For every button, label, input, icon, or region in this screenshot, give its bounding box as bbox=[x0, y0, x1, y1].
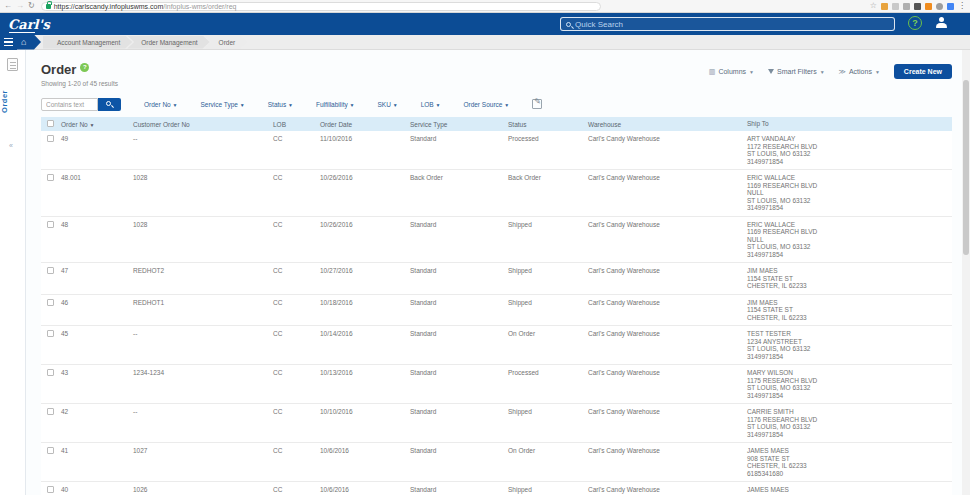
cell-customer-order-no: -- bbox=[133, 408, 273, 438]
extension-icon-6[interactable] bbox=[936, 3, 943, 10]
table-row[interactable]: 48.001 1028 CC 10/26/2016 Back Order Bac… bbox=[41, 170, 952, 217]
table-row[interactable]: 41 1027 CC 10/6/2016 Standard On Order C… bbox=[41, 443, 952, 482]
row-checkbox[interactable] bbox=[47, 174, 54, 181]
chevron-down-icon: ▼ bbox=[749, 69, 754, 75]
columns-button[interactable]: ▥ Columns ▼ bbox=[709, 68, 754, 76]
col-warehouse[interactable]: Warehouse bbox=[588, 121, 747, 128]
breadcrumb-order-management[interactable]: Order Management bbox=[127, 36, 209, 49]
user-icon[interactable] bbox=[935, 17, 948, 29]
filter-order-source[interactable]: Order Source ▼ bbox=[463, 101, 509, 108]
hamburger-menu-icon[interactable] bbox=[0, 35, 17, 50]
filter-lob[interactable]: LOB ▼ bbox=[421, 101, 441, 108]
cell-order-no[interactable]: 45 bbox=[61, 330, 133, 360]
cell-ship-to: JIM MAES 1154 STATE ST CHESTER, IL 62233 bbox=[747, 299, 952, 322]
actions-button[interactable]: ≫ Actions ▼ bbox=[839, 68, 880, 76]
cell-order-no[interactable]: 43 bbox=[61, 369, 133, 399]
browser-chrome: ← → ↻ https://carlscandy.infopluswms.com… bbox=[0, 0, 970, 13]
cell-customer-order-no: 1028 bbox=[133, 221, 273, 259]
col-order-date[interactable]: Order Date bbox=[320, 121, 410, 128]
table-row[interactable]: 42 -- CC 10/10/2016 Standard Shipped Car… bbox=[41, 404, 952, 443]
table-row[interactable]: 48 1028 CC 10/26/2016 Standard Shipped C… bbox=[41, 217, 952, 264]
row-checkbox[interactable] bbox=[47, 267, 54, 274]
cell-lob: CC bbox=[273, 174, 320, 212]
row-checkbox[interactable] bbox=[47, 135, 54, 142]
extension-icon-4[interactable] bbox=[914, 3, 921, 10]
extension-icon-1[interactable] bbox=[881, 3, 888, 10]
filter-order-no[interactable]: Order No ▼ bbox=[144, 101, 178, 108]
table-row[interactable]: 46 REDHOT1 CC 10/18/2016 Standard Shippe… bbox=[41, 295, 952, 327]
side-rail: Order « bbox=[0, 50, 26, 495]
filter-status[interactable]: Status ▼ bbox=[268, 101, 293, 108]
cell-ship-to: ERIC WALLACE 1169 RESEARCH BLVD NULL ST … bbox=[747, 174, 952, 212]
create-new-button[interactable]: Create New bbox=[894, 64, 952, 79]
scrollbar[interactable] bbox=[962, 50, 970, 495]
breadcrumb-order[interactable]: Order bbox=[205, 36, 248, 49]
cell-customer-order-no: 1027 bbox=[133, 447, 273, 477]
col-ship-to[interactable]: Ship To bbox=[747, 120, 952, 128]
home-icon[interactable]: ⌂ bbox=[17, 35, 41, 50]
extension-icon-2[interactable] bbox=[892, 3, 899, 10]
row-checkbox[interactable] bbox=[47, 447, 54, 454]
info-icon[interactable]: ? bbox=[80, 63, 89, 72]
table-row[interactable]: 47 REDHOT2 CC 10/27/2016 Standard Shippe… bbox=[41, 263, 952, 295]
edit-icon[interactable] bbox=[532, 99, 542, 109]
col-customer-order-no[interactable]: Customer Order No bbox=[133, 121, 273, 128]
cell-warehouse: Carl's Candy Warehouse bbox=[588, 135, 747, 165]
url-bar[interactable]: https://carlscandy.infopluswms.com/infop… bbox=[41, 2, 601, 11]
col-service-type[interactable]: Service Type bbox=[410, 121, 508, 128]
forward-icon[interactable]: → bbox=[16, 2, 24, 10]
carls-logo[interactable]: Carl's bbox=[8, 17, 50, 32]
extension-icon-3[interactable] bbox=[903, 3, 910, 10]
table-row[interactable]: 49 -- CC 11/10/2016 Standard Processed C… bbox=[41, 131, 952, 170]
row-checkbox[interactable] bbox=[47, 486, 54, 493]
cell-order-no[interactable]: 40 bbox=[61, 486, 133, 495]
col-lob[interactable]: LOB bbox=[273, 121, 320, 128]
cell-order-no[interactable]: 49 bbox=[61, 135, 133, 165]
page-title: Order bbox=[41, 62, 76, 77]
filter-sku[interactable]: SKU ▼ bbox=[378, 101, 398, 108]
results-summary: Showing 1-20 of 45 results bbox=[41, 80, 118, 87]
table-row[interactable]: 43 1234-1234 CC 10/13/2016 Standard Proc… bbox=[41, 365, 952, 404]
quick-search-input[interactable]: Quick Search bbox=[560, 17, 895, 31]
row-checkbox[interactable] bbox=[47, 221, 54, 228]
cell-order-no[interactable]: 42 bbox=[61, 408, 133, 438]
breadcrumb-account-management[interactable]: Account Management bbox=[43, 36, 132, 49]
scrollbar-thumb[interactable] bbox=[963, 80, 969, 255]
cell-order-no[interactable]: 48.001 bbox=[61, 174, 133, 212]
reload-icon[interactable]: ↻ bbox=[28, 2, 35, 10]
col-order-no[interactable]: Order No ▼ bbox=[61, 121, 133, 128]
order-table-body: 49 -- CC 11/10/2016 Standard Processed C… bbox=[41, 131, 952, 495]
toolbar: ▥ Columns ▼ Smart Filters ▼ ≫ Actions ▼ … bbox=[709, 64, 952, 79]
extension-icon-5[interactable] bbox=[925, 3, 932, 10]
bookmark-star-icon[interactable]: ☆ bbox=[870, 2, 877, 10]
row-checkbox[interactable] bbox=[47, 299, 54, 306]
filter-row: Order No ▼ Service Type ▼ Status ▼ Fulfi… bbox=[41, 97, 952, 111]
cell-ship-to: CARRIE SMITH 1176 RESEARCH BLVD ST LOUIS… bbox=[747, 408, 952, 438]
rail-order-label[interactable]: Order bbox=[0, 90, 26, 113]
contains-text-input[interactable] bbox=[41, 98, 98, 111]
cell-order-no[interactable]: 46 bbox=[61, 299, 133, 322]
row-checkbox[interactable] bbox=[47, 369, 54, 376]
select-all-checkbox[interactable] bbox=[47, 120, 54, 127]
filter-fulfillability[interactable]: Fulfillability ▼ bbox=[316, 101, 355, 108]
table-row[interactable]: 45 -- CC 10/14/2016 Standard On Order Ca… bbox=[41, 326, 952, 365]
extension-icon-7[interactable] bbox=[947, 3, 954, 10]
collapse-rail-icon[interactable]: « bbox=[9, 142, 13, 149]
cell-service-type: Standard bbox=[410, 486, 508, 495]
help-icon[interactable]: ? bbox=[908, 16, 922, 30]
cell-order-no[interactable]: 47 bbox=[61, 267, 133, 290]
document-icon[interactable] bbox=[7, 58, 18, 71]
cell-lob: CC bbox=[273, 486, 320, 495]
browser-menu-icon[interactable]: ⋮ bbox=[958, 2, 966, 10]
cell-order-no[interactable]: 41 bbox=[61, 447, 133, 477]
cell-status: Shipped bbox=[508, 267, 588, 290]
search-button[interactable] bbox=[98, 98, 121, 111]
row-checkbox[interactable] bbox=[47, 408, 54, 415]
table-row[interactable]: 40 1026 CC 10/6/2016 Standard Shipped Ca… bbox=[41, 482, 952, 495]
row-checkbox[interactable] bbox=[47, 330, 54, 337]
col-status[interactable]: Status bbox=[508, 121, 588, 128]
back-icon[interactable]: ← bbox=[4, 2, 12, 10]
cell-order-no[interactable]: 48 bbox=[61, 221, 133, 259]
filter-service-type[interactable]: Service Type ▼ bbox=[201, 101, 245, 108]
smart-filters-button[interactable]: Smart Filters ▼ bbox=[768, 68, 825, 75]
